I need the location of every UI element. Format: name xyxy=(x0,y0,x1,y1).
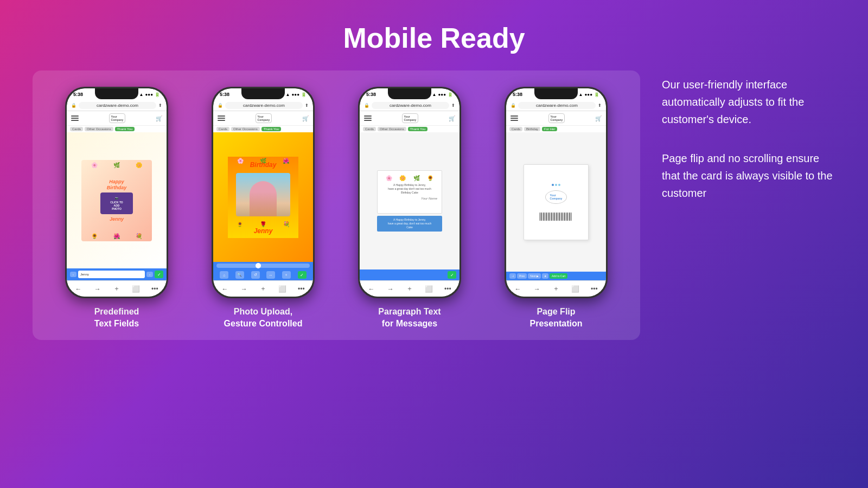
lock-icon-3: 🔒 xyxy=(364,103,369,108)
home-btn-2[interactable]: ⌂ xyxy=(220,271,228,279)
more-icon-4[interactable]: ••• xyxy=(590,285,598,293)
flip-btn-2[interactable]: ↔ xyxy=(266,271,275,279)
breadcrumbs-2: Cards Other Occasions Thank You xyxy=(213,126,313,132)
right-text-panel: Our user-friendly interface automaticall… xyxy=(662,70,835,202)
phone-4: 5:38 ▲ ●●● 🔋 🔒 cardzware-demo.com ⬆ xyxy=(505,87,608,298)
logo-4: YourCompany xyxy=(548,113,565,123)
address-bar-4: 🔒 cardzware-demo.com ⬆ xyxy=(506,100,606,111)
card4-barcode xyxy=(540,213,572,221)
breadcrumbs-4: Cards Birthday For Her xyxy=(506,126,606,132)
breadcrumb-cards-1[interactable]: Cards xyxy=(70,127,83,131)
confirm-btn-1[interactable]: ✓ xyxy=(155,271,163,278)
back-icon-1[interactable]: ← xyxy=(75,285,82,293)
hamburger-icon-2[interactable] xyxy=(218,115,225,121)
card-flowers-bottom-1: 🌻 🌺 💐 xyxy=(84,233,150,239)
prev-btn-4[interactable]: Prev xyxy=(517,273,527,279)
status-icons-3: ▲ ●●● 🔋 xyxy=(432,92,453,97)
breadcrumb-thankyou-1[interactable]: Thank You xyxy=(115,127,135,131)
cart-icon-2[interactable]: 🛒 xyxy=(302,115,309,121)
card-name-1: Jenny xyxy=(110,216,124,222)
url-2: cardzware-demo.com xyxy=(225,102,303,109)
breadcrumb-occasions-3[interactable]: Other Occasions xyxy=(378,127,406,131)
wifi-icon-3: ▲ xyxy=(432,92,437,97)
card-preview-1: 🌸 🌿 🌼 HappyBirthday 📷 CLICK TOADDPHOTO J… xyxy=(67,132,167,268)
forward-icon-1[interactable]: → xyxy=(94,285,101,293)
confirm-btn-3[interactable]: ✓ xyxy=(448,271,456,279)
hamburger-icon-4[interactable] xyxy=(510,115,518,121)
phone-wrapper-2: 5:38 ▲ ●●● 🔋 🔒 cardzware-demo.com ⬆ xyxy=(195,87,331,329)
breadcrumb-cards-4[interactable]: Cards xyxy=(509,127,522,131)
add-icon-1[interactable]: ＋ xyxy=(113,285,120,293)
forward-icon-2[interactable]: → xyxy=(240,285,248,293)
tabs-icon-2[interactable]: ⬜ xyxy=(278,285,286,293)
status-icons-1: ▲ ●●● 🔋 xyxy=(139,92,160,97)
forward-icon-4[interactable]: → xyxy=(533,285,541,293)
toolbar-2b: ⌂ 🔍 ↺ ↔ ＋ ✓ xyxy=(213,269,313,280)
flower-pu: 💐 xyxy=(136,233,142,239)
rotate-btn-2[interactable]: ↺ xyxy=(251,271,260,279)
content-area: 5:38 ▲ ●●● 🔋 🔒 cardzware-demo.com ⬆ xyxy=(0,70,868,340)
breadcrumb-cards-3[interactable]: Cards xyxy=(363,127,376,131)
cart-icon-1[interactable]: 🛒 xyxy=(156,115,162,121)
card-preview-4: YourCompany xyxy=(506,132,606,272)
breadcrumb-thankyou-3[interactable]: Thank You xyxy=(408,127,427,131)
breadcrumb-occasions-1[interactable]: Other Occasions xyxy=(85,127,113,131)
add-icon-3[interactable]: ＋ xyxy=(406,285,413,293)
hamburger-icon-3[interactable] xyxy=(364,115,372,121)
breadcrumb-thankyou-2[interactable]: Thank You xyxy=(261,127,281,131)
hamburger-icon-1[interactable] xyxy=(71,115,79,121)
slider-2[interactable] xyxy=(216,264,310,268)
card2-photo-area xyxy=(236,173,290,216)
phones-container: 5:38 ▲ ●●● 🔋 🔒 cardzware-demo.com ⬆ xyxy=(33,70,640,340)
back-icon-4[interactable]: ← xyxy=(514,285,522,293)
leaf-3g: 🌿 xyxy=(413,175,420,181)
breadcrumb-cards-2[interactable]: Cards xyxy=(216,127,229,131)
toolbar-1: ‹ Jenny › ✓ xyxy=(67,268,167,280)
text-input-1[interactable]: Jenny xyxy=(78,271,145,278)
add-icon-4[interactable]: ＋ xyxy=(552,285,560,293)
phone-notch-3 xyxy=(388,88,431,99)
toolbar-3: ✓ xyxy=(360,269,459,280)
flower-y2: 🌸 xyxy=(237,158,244,164)
cart-icon-3[interactable]: 🛒 xyxy=(449,115,455,121)
photo-placeholder-1[interactable]: 📷 CLICK TOADDPHOTO xyxy=(100,192,133,214)
back-icon-3[interactable]: ← xyxy=(368,285,375,293)
card3-signature: Your Name xyxy=(382,197,437,200)
flower-p: 🌺 xyxy=(113,233,120,239)
forward-icon-3[interactable]: → xyxy=(387,285,394,293)
phone-screen-3: 5:38 ▲ ●●● 🔋 🔒 cardzware-demo.com ⬆ xyxy=(360,88,459,297)
search-btn-2[interactable]: 🔍 xyxy=(235,271,244,279)
confirm-btn-2[interactable]: ✓ xyxy=(298,271,307,279)
add-icon-2[interactable]: ＋ xyxy=(259,285,267,293)
breadcrumb-birthday-4[interactable]: Birthday xyxy=(524,127,540,131)
phone-screen-2: 5:38 ▲ ●●● 🔋 🔒 cardzware-demo.com ⬆ xyxy=(213,88,313,297)
phone-screen-1: 5:38 ▲ ●●● 🔋 🔒 cardzware-demo.com ⬆ xyxy=(67,88,167,297)
prev-btn-1[interactable]: ‹ xyxy=(70,272,76,277)
phone-notch-1 xyxy=(95,88,138,99)
phone-screen-4: 5:38 ▲ ●●● 🔋 🔒 cardzware-demo.com ⬆ xyxy=(506,88,606,297)
tabs-icon-4[interactable]: ⬜ xyxy=(571,285,579,293)
leaf-g2: 🌿 xyxy=(260,158,266,164)
breadcrumbs-3: Cards Other Occasions Thank You xyxy=(360,126,459,132)
url-1: cardzware-demo.com xyxy=(79,102,156,109)
more-icon-1[interactable]: ••• xyxy=(151,285,158,293)
more-icon-3[interactable]: ••• xyxy=(444,285,451,293)
phone-wrapper-3: 5:38 ▲ ●●● 🔋 🔒 cardzware-demo.com ⬆ xyxy=(342,87,477,329)
star-btn-4[interactable]: ★ xyxy=(542,273,548,279)
cart-icon-4[interactable]: 🛒 xyxy=(595,115,602,121)
flip-left-btn[interactable]: ⊣ xyxy=(509,273,516,279)
signal-icon-1: ●●● xyxy=(145,92,154,97)
breadcrumb-occasions-2[interactable]: Other Occasions xyxy=(231,127,260,131)
tabs-icon-1[interactable]: ⬜ xyxy=(132,285,139,293)
more-icon-2[interactable]: ••• xyxy=(297,285,305,293)
back-icon-2[interactable]: ← xyxy=(221,285,229,293)
add-to-cart-btn-4[interactable]: Add to Cart xyxy=(550,273,567,279)
share-icon-1: ⬆ xyxy=(158,103,162,108)
toolbar-4: ⊣ Prev Next ▶ ★ Add to Cart xyxy=(506,272,606,280)
breadcrumb-forher-4[interactable]: For Her xyxy=(542,127,557,131)
next-btn-4[interactable]: Next ▶ xyxy=(528,273,541,279)
next-btn-1[interactable]: › xyxy=(146,272,153,277)
add-btn-2[interactable]: ＋ xyxy=(282,271,291,279)
tabs-icon-3[interactable]: ⬜ xyxy=(425,285,432,293)
breadcrumbs-1: Cards Other Occasions Thank You xyxy=(67,126,167,132)
